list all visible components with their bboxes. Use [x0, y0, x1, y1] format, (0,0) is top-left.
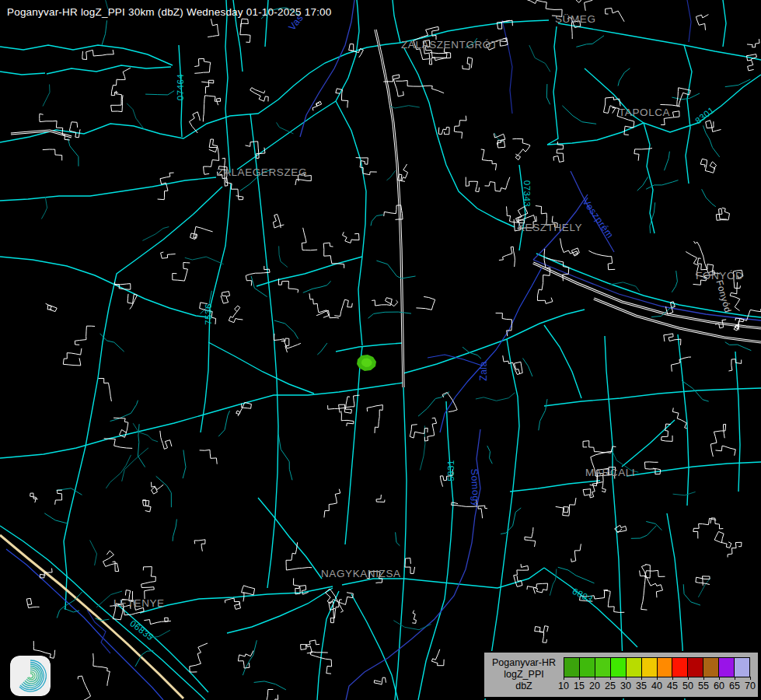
- settlement-outline: [466, 177, 479, 192]
- settlement-outline: [662, 424, 673, 441]
- legend-swatch: [627, 658, 642, 677]
- settlement-outline: [152, 482, 164, 494]
- settlement-outline: [229, 306, 243, 323]
- settlement-outline: [341, 411, 354, 426]
- settlement-outline: [583, 482, 602, 498]
- settlement-outline: [43, 149, 62, 160]
- legend-tick-label: 45: [667, 681, 678, 691]
- map-canvas: [0, 0, 761, 700]
- settlement-outline: [238, 651, 253, 669]
- settlement-outline: [697, 258, 720, 274]
- minor-road: [702, 189, 716, 206]
- settlement-outline: [481, 149, 497, 170]
- minor-road: [501, 508, 521, 534]
- settlement-outline: [405, 558, 415, 574]
- settlement-outline: [267, 689, 278, 700]
- settlement-outline: [46, 303, 58, 311]
- settlement-outline: [612, 108, 634, 135]
- legend-tick-mark: [595, 677, 595, 680]
- settlement-outline: [700, 159, 716, 173]
- settlement-outline: [431, 649, 444, 666]
- legend-unit-label: dbZ: [515, 681, 532, 692]
- settlement-outline: [412, 611, 416, 624]
- minor-road: [102, 20, 106, 45]
- settlement-outline: [452, 500, 477, 506]
- settlement-outline: [144, 618, 171, 624]
- settlement-outline: [606, 8, 625, 21]
- provider-logo[interactable]: [10, 656, 51, 696]
- legend-swatch: [703, 658, 719, 677]
- settlement-outline: [286, 542, 312, 570]
- minor-road: [725, 79, 751, 87]
- settlement-outline: [278, 278, 298, 292]
- settlement-outline: [560, 238, 580, 256]
- legend-tick-label: 50: [682, 681, 693, 691]
- radar-map-viewport: SÜMEGZALASZENTGRÓTTAPOLCAZALAEGERSZEGKES…: [0, 0, 761, 700]
- settlement-outline: [111, 91, 123, 112]
- minor-road: [673, 492, 696, 495]
- settlement-outline: [527, 583, 548, 593]
- legend-tick-mark: [703, 677, 704, 680]
- minor-road: [612, 450, 638, 473]
- settlement-outline: [55, 490, 62, 505]
- minor-road: [68, 138, 79, 166]
- settlement-outline: [661, 111, 679, 125]
- minor-road: [610, 282, 640, 292]
- minor-road: [240, 170, 273, 191]
- settlement-outline: [328, 395, 360, 409]
- settlement-outline: [161, 252, 176, 258]
- dbz-tick-row: 10152025303540455055606570: [564, 677, 750, 691]
- settlement-outline: [424, 418, 436, 441]
- minor-road: [386, 170, 395, 180]
- settlement-outline: [75, 326, 95, 345]
- minor-road: [95, 618, 109, 621]
- minor-road: [698, 578, 710, 597]
- settlement-outline: [240, 19, 250, 42]
- minor-road: [631, 526, 657, 538]
- settlement-outline: [242, 586, 255, 602]
- legend-tick-label: 60: [714, 681, 724, 691]
- settlement-outline: [295, 173, 311, 185]
- legend-swatch: [658, 658, 673, 677]
- settlement-outline: [93, 653, 110, 686]
- settlement-outline: [367, 405, 382, 433]
- settlement-outline: [324, 489, 340, 518]
- minor-road: [476, 393, 515, 401]
- legend-tick-label: 20: [589, 681, 600, 691]
- settlement-outline: [194, 540, 205, 551]
- settlement-outline: [567, 17, 581, 39]
- settlement-outline: [273, 214, 284, 228]
- minor-road: [523, 359, 532, 376]
- minor-road: [546, 84, 550, 104]
- minor-road: [368, 312, 411, 318]
- settlement-outline: [715, 446, 735, 456]
- minor-road: [463, 347, 481, 359]
- minor-road: [251, 276, 267, 297]
- settlement-outline: [225, 598, 240, 609]
- settlement-outline: [486, 38, 508, 51]
- settlement-outline: [696, 576, 710, 586]
- minor-road: [376, 261, 415, 278]
- legend-swatch: [595, 658, 611, 677]
- settlement-outline: [302, 228, 317, 250]
- minor-road: [41, 197, 47, 219]
- legend-product-name: logZ_PPI: [504, 669, 543, 681]
- settlement-outline: [521, 0, 562, 16]
- settlement-outline: [414, 26, 439, 59]
- minor-road: [278, 434, 292, 480]
- minor-road: [156, 476, 172, 507]
- minor-road: [183, 450, 186, 479]
- legend-swatch: [580, 658, 595, 677]
- settlement-outline: [339, 397, 352, 413]
- minor-road: [122, 448, 148, 481]
- settlement-outline: [173, 263, 190, 282]
- minor-road: [725, 342, 752, 351]
- minor-road: [371, 215, 383, 226]
- minor-road: [106, 455, 131, 488]
- settlement-outline: [200, 303, 216, 324]
- settlement-outline: [142, 500, 151, 512]
- settlement-outline: [200, 450, 218, 464]
- minor-road: [562, 106, 596, 124]
- settlement-outline: [454, 116, 466, 139]
- minor-road: [218, 411, 229, 436]
